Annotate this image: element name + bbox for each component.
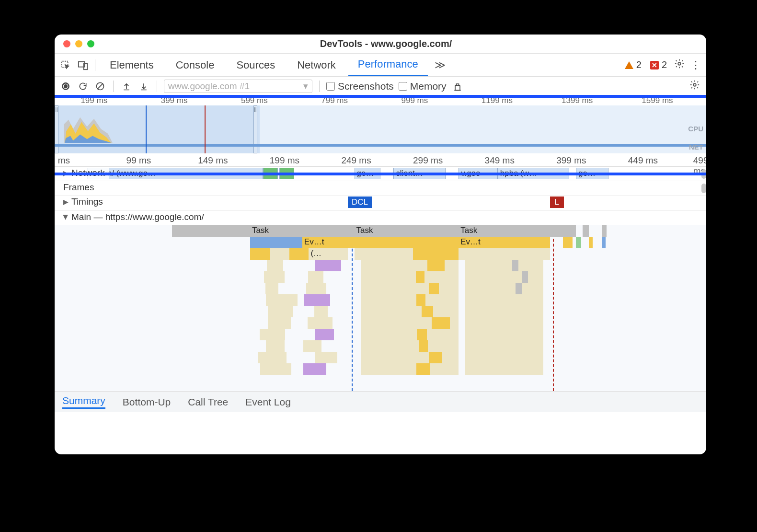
flame-bar[interactable]: [250, 248, 270, 260]
flame-bar[interactable]: [465, 294, 543, 306]
timings-track[interactable]: ▶Timings DCL L: [55, 196, 706, 211]
flame-bar[interactable]: (…: [309, 248, 348, 260]
network-bar[interactable]: ge…: [355, 168, 380, 179]
flame-bar[interactable]: [308, 317, 333, 329]
flame-bar[interactable]: [459, 248, 550, 260]
flame-bar[interactable]: [289, 248, 309, 260]
flame-bar[interactable]: [266, 294, 298, 306]
details-tab-call-tree[interactable]: Call Tree: [188, 396, 228, 408]
network-bar[interactable]: ge…: [576, 168, 608, 179]
network-bar[interactable]: client…: [393, 168, 446, 179]
clear-button[interactable]: [94, 81, 106, 91]
network-bar[interactable]: e.com/ (www.go…: [87, 168, 263, 179]
tab-elements[interactable]: Elements: [100, 54, 163, 76]
flame-bar[interactable]: [315, 260, 341, 271]
flame-bar[interactable]: [315, 329, 334, 340]
tabs-overflow[interactable]: ≫: [431, 59, 449, 71]
scrollbar-thumb[interactable]: [701, 169, 706, 179]
flame-bar[interactable]: [432, 317, 450, 329]
flame-bar[interactable]: [361, 363, 459, 375]
device-icon[interactable]: [76, 60, 90, 70]
flame-bar[interactable]: [304, 294, 330, 306]
flame-bar[interactable]: [250, 237, 302, 248]
flame-bar[interactable]: Task: [250, 225, 348, 237]
flame-bar[interactable]: [419, 340, 428, 352]
tab-console[interactable]: Console: [166, 54, 224, 76]
network-bar[interactable]: v.goo: [459, 168, 498, 179]
details-tab-bottom-up[interactable]: Bottom-Up: [123, 396, 171, 408]
flame-bar[interactable]: [422, 306, 433, 317]
network-track[interactable]: e.com/ (www.go…ge…client…v.goohpba (w…ge…: [55, 167, 706, 181]
expand-icon[interactable]: ▶: [63, 198, 69, 206]
flame-bar[interactable]: [264, 271, 284, 283]
tab-sources[interactable]: Sources: [227, 54, 285, 76]
flame-bar[interactable]: [265, 283, 279, 294]
flame-bar[interactable]: [416, 271, 424, 283]
flame-bar[interactable]: [583, 225, 589, 237]
overview-ruler[interactable]: 199 ms399 ms599 ms799 ms999 ms1199 ms139…: [55, 96, 706, 105]
network-bar[interactable]: hpba (w…: [498, 168, 570, 179]
flame-bar[interactable]: [465, 340, 543, 352]
details-tab-event-log[interactable]: Event Log: [245, 396, 291, 408]
garbage-collect-button[interactable]: [451, 81, 464, 91]
flame-bar[interactable]: [258, 352, 287, 363]
flame-bar[interactable]: [563, 237, 573, 248]
flame-bar[interactable]: [361, 352, 459, 363]
flame-bar[interactable]: [268, 306, 293, 317]
flame-bar[interactable]: [465, 352, 543, 363]
flame-bar[interactable]: [516, 283, 522, 294]
memory-checkbox[interactable]: Memory: [399, 81, 447, 92]
flame-bar[interactable]: [602, 225, 607, 237]
record-button[interactable]: [59, 81, 72, 91]
flame-bar[interactable]: [465, 306, 543, 317]
flame-chart[interactable]: TaskTaskTaskEv…tEv…t(…: [55, 225, 706, 391]
flame-bar[interactable]: [416, 363, 430, 375]
dcl-marker[interactable]: DCL: [348, 197, 372, 208]
expand-icon[interactable]: ▶: [63, 169, 69, 177]
flame-bar[interactable]: [576, 237, 581, 248]
flame-bar[interactable]: [266, 340, 285, 352]
main-track-header[interactable]: ▶Main — https://www.google.com/: [55, 211, 706, 225]
flame-bar[interactable]: Ev…t: [302, 237, 355, 248]
flame-bar[interactable]: [589, 237, 593, 248]
flame-bar[interactable]: [465, 271, 543, 283]
tab-network[interactable]: Network: [287, 54, 345, 76]
flame-bar[interactable]: [303, 363, 326, 375]
details-tab-summary[interactable]: Summary: [62, 395, 105, 409]
flame-bar[interactable]: [361, 283, 459, 294]
recording-select[interactable]: www.google.com #1▾: [164, 80, 312, 93]
download-button[interactable]: [138, 81, 150, 91]
flame-bar[interactable]: [465, 317, 543, 329]
frames-track[interactable]: Frames: [55, 181, 706, 196]
flame-bar[interactable]: [465, 329, 543, 340]
zoom-icon[interactable]: [87, 40, 94, 47]
screenshots-checkbox[interactable]: Screenshots: [326, 81, 394, 92]
flame-bar[interactable]: [563, 225, 576, 237]
flame-bar[interactable]: [429, 352, 442, 363]
settings-icon[interactable]: [673, 58, 686, 72]
flame-bar[interactable]: [465, 260, 543, 271]
flame-bar[interactable]: [417, 329, 427, 340]
flame-bar[interactable]: [314, 306, 328, 317]
flame-bar[interactable]: [413, 248, 459, 260]
network-bar[interactable]: [263, 168, 278, 179]
flame-bar[interactable]: [361, 306, 459, 317]
flame-bar[interactable]: [260, 363, 291, 375]
kebab-icon[interactable]: ⋮: [689, 59, 702, 71]
flame-bar[interactable]: [306, 283, 326, 294]
perf-settings-icon[interactable]: [688, 80, 701, 93]
flame-bar[interactable]: Ev…t: [459, 237, 484, 248]
flame-bar[interactable]: [427, 260, 445, 271]
overview-chart[interactable]: || || CPU NET: [55, 105, 706, 153]
flame-bar[interactable]: [465, 363, 543, 375]
tab-performance[interactable]: Performance: [348, 54, 428, 76]
flame-bar[interactable]: [416, 294, 425, 306]
error-badge[interactable]: ✕ 2: [647, 59, 670, 70]
flame-bar[interactable]: [308, 271, 323, 283]
flame-bar[interactable]: [268, 317, 291, 329]
flame-bar[interactable]: Task: [459, 225, 550, 237]
minimize-icon[interactable]: [75, 40, 82, 47]
flame-bar[interactable]: [267, 260, 283, 271]
load-marker[interactable]: L: [550, 197, 564, 208]
flame-bar[interactable]: [602, 237, 606, 248]
